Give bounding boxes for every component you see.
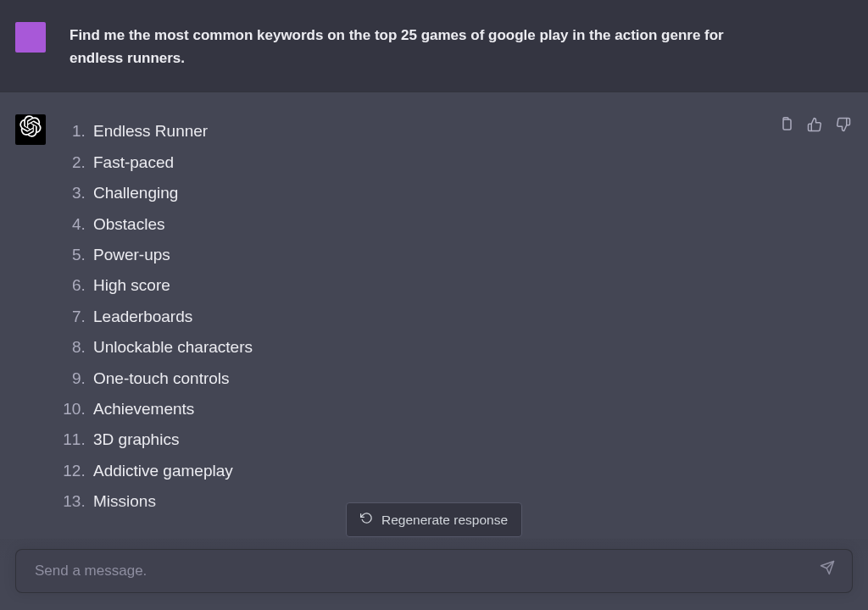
message-input-row (15, 549, 853, 593)
clipboard-icon (778, 116, 793, 139)
list-item: One-touch controls (90, 363, 753, 394)
list-item: Power-ups (90, 240, 753, 270)
list-item: Unlockable characters (90, 332, 753, 363)
copy-button[interactable] (776, 118, 795, 136)
thumbs-down-button[interactable] (834, 118, 853, 136)
list-item: 3D graphics (90, 424, 753, 455)
openai-logo-icon (19, 115, 42, 144)
keyword-list: Endless Runner Fast-paced Challenging Ob… (70, 116, 753, 517)
regenerate-label: Regenerate response (381, 513, 508, 528)
list-item: Obstacles (90, 209, 753, 240)
list-item: Leaderboards (90, 302, 753, 332)
svg-rect-0 (783, 119, 791, 130)
bottom-bar: Regenerate response (0, 502, 868, 610)
user-message-text: Find me the most common keywords on the … (70, 22, 765, 69)
chat-viewport: Find me the most common keywords on the … (0, 0, 868, 610)
thumbs-down-icon (836, 116, 851, 139)
list-item: Addictive gameplay (90, 456, 753, 486)
regenerate-button[interactable]: Regenerate response (346, 502, 522, 537)
assistant-actions (776, 114, 853, 517)
message-input[interactable] (33, 562, 810, 580)
list-item: High score (90, 270, 753, 301)
list-item: Challenging (90, 178, 753, 208)
message-assistant: Endless Runner Fast-paced Challenging Ob… (0, 92, 868, 540)
list-item: Achievements (90, 394, 753, 424)
user-avatar (15, 22, 46, 53)
send-icon (820, 559, 835, 582)
assistant-message-body: Endless Runner Fast-paced Challenging Ob… (70, 114, 753, 517)
regenerate-wrap: Regenerate response (15, 502, 853, 537)
send-button[interactable] (815, 558, 840, 584)
thumbs-up-button[interactable] (805, 118, 824, 136)
list-item: Fast-paced (90, 147, 753, 178)
thumbs-up-icon (807, 116, 822, 139)
message-user: Find me the most common keywords on the … (0, 0, 868, 92)
list-item: Endless Runner (90, 116, 753, 147)
refresh-icon (360, 512, 373, 528)
assistant-avatar (15, 114, 46, 145)
